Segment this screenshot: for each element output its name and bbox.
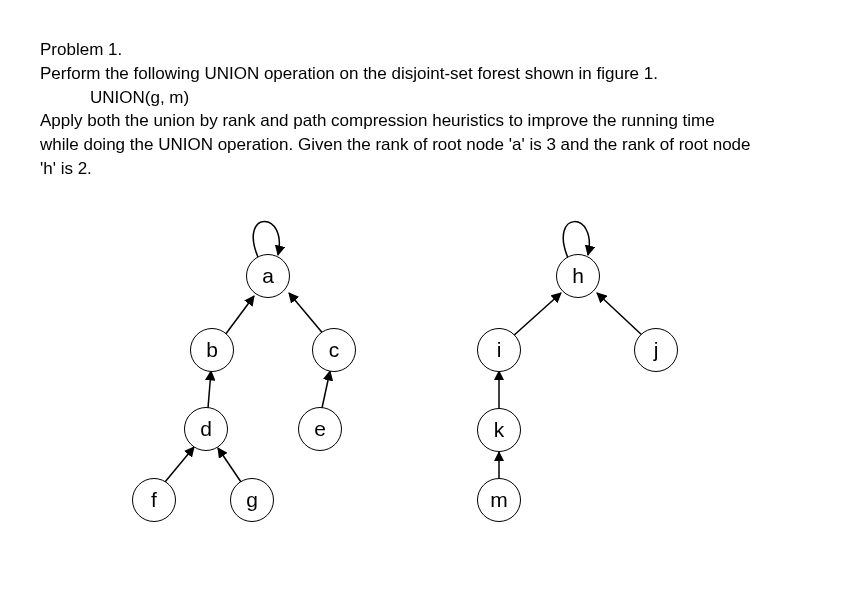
edge-a-self xyxy=(253,221,279,257)
node-c: c xyxy=(312,328,356,372)
problem-line2c: 'h' is 2. xyxy=(40,157,828,181)
node-k-label: k xyxy=(494,418,505,442)
node-h-label: h xyxy=(572,264,584,288)
node-g: g xyxy=(230,478,274,522)
node-f: f xyxy=(132,478,176,522)
node-i: i xyxy=(477,328,521,372)
node-d-label: d xyxy=(200,417,212,441)
edge-f-d xyxy=(165,447,194,482)
node-j-label: j xyxy=(654,338,659,362)
node-b: b xyxy=(190,328,234,372)
node-a: a xyxy=(246,254,290,298)
node-e-label: e xyxy=(314,417,326,441)
node-b-label: b xyxy=(206,338,218,362)
problem-line2b: while doing the UNION operation. Given t… xyxy=(40,133,828,157)
edge-i-h xyxy=(512,293,561,337)
node-m: m xyxy=(477,478,521,522)
node-e: e xyxy=(298,407,342,451)
edge-h-self xyxy=(563,222,589,258)
node-g-label: g xyxy=(246,488,258,512)
node-a-label: a xyxy=(262,264,274,288)
node-c-label: c xyxy=(329,338,340,362)
edge-d-b xyxy=(208,371,211,408)
node-k: k xyxy=(477,408,521,452)
node-i-label: i xyxy=(497,338,502,362)
problem-line1: Perform the following UNION operation on… xyxy=(40,62,828,86)
node-f-label: f xyxy=(151,488,157,512)
node-d: d xyxy=(184,407,228,451)
node-m-label: m xyxy=(490,488,508,512)
problem-title: Problem 1. xyxy=(40,38,828,62)
edge-c-a xyxy=(289,293,325,336)
problem-text: Problem 1. Perform the following UNION o… xyxy=(40,38,828,181)
node-h: h xyxy=(556,254,600,298)
node-j: j xyxy=(634,328,678,372)
edge-j-h xyxy=(597,293,644,337)
edge-g-d xyxy=(218,448,241,482)
problem-operation: UNION(g, m) xyxy=(90,86,828,110)
edge-e-c xyxy=(322,371,330,408)
problem-line2a: Apply both the union by rank and path co… xyxy=(40,109,828,133)
edge-b-a xyxy=(222,296,254,339)
